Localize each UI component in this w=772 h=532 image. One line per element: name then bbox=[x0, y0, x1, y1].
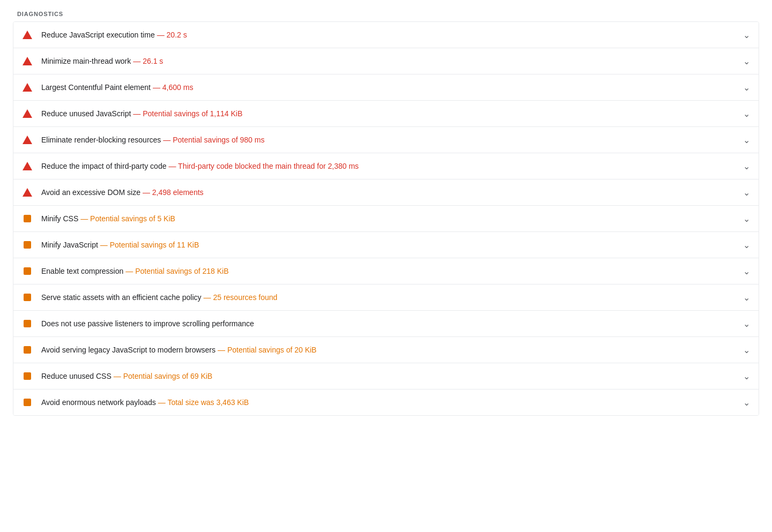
square-orange-icon bbox=[24, 294, 31, 301]
orange-square-icon bbox=[22, 371, 33, 381]
item-text: Largest Contentful Paint element — 4,600… bbox=[41, 83, 737, 92]
chevron-down-icon: ⌄ bbox=[743, 345, 750, 355]
item-label: Does not use passive listeners to improv… bbox=[41, 319, 254, 328]
item-label: Avoid an excessive DOM size bbox=[41, 188, 140, 197]
square-orange-icon bbox=[24, 399, 31, 406]
square-orange-icon bbox=[24, 215, 31, 222]
item-text: Avoid serving legacy JavaScript to moder… bbox=[41, 346, 737, 354]
item-detail: — Potential savings of 218 KiB bbox=[125, 267, 228, 275]
chevron-down-icon: ⌄ bbox=[743, 83, 750, 93]
diagnostic-item-reduce-unused-css[interactable]: Reduce unused CSS — Potential savings of… bbox=[13, 363, 759, 389]
item-detail: — 25 resources found bbox=[204, 293, 278, 302]
triangle-red-icon bbox=[23, 57, 32, 65]
item-label: Avoid serving legacy JavaScript to moder… bbox=[41, 346, 216, 354]
item-text: Avoid enormous network payloads — Total … bbox=[41, 398, 737, 407]
item-detail: — 20.2 s bbox=[157, 31, 187, 39]
diagnostic-item-eliminate-render-blocking[interactable]: Eliminate render-blocking resources — Po… bbox=[13, 127, 759, 153]
item-text: Minimize main-thread work — 26.1 s bbox=[41, 57, 737, 65]
item-label: Reduce the impact of third-party code bbox=[41, 162, 166, 170]
item-label: Serve static assets with an efficient ca… bbox=[41, 293, 202, 302]
diagnostic-item-passive-listeners[interactable]: Does not use passive listeners to improv… bbox=[13, 311, 759, 337]
item-detail: — 2,498 elements bbox=[143, 188, 204, 197]
triangle-red-icon bbox=[23, 31, 32, 39]
item-detail: — Total size was 3,463 KiB bbox=[158, 398, 249, 407]
triangle-red-icon bbox=[23, 162, 32, 170]
item-text: Reduce the impact of third-party code — … bbox=[41, 162, 737, 170]
item-detail: — Potential savings of 5 KiB bbox=[80, 214, 175, 223]
triangle-red-icon bbox=[23, 109, 32, 118]
item-label: Eliminate render-blocking resources bbox=[41, 136, 161, 144]
chevron-down-icon: ⌄ bbox=[743, 161, 750, 171]
diagnostic-item-legacy-js[interactable]: Avoid serving legacy JavaScript to moder… bbox=[13, 337, 759, 363]
item-detail: — Potential savings of 980 ms bbox=[163, 136, 264, 144]
item-label: Minify CSS bbox=[41, 214, 78, 223]
item-detail: — 26.1 s bbox=[133, 57, 163, 65]
warning-icon bbox=[22, 134, 33, 145]
orange-square-icon bbox=[22, 213, 33, 224]
diagnostic-item-lcp-element[interactable]: Largest Contentful Paint element — 4,600… bbox=[13, 74, 759, 101]
diagnostics-container: DIAGNOSTICS Reduce JavaScript execution … bbox=[0, 0, 772, 532]
square-orange-icon bbox=[24, 320, 31, 327]
chevron-down-icon: ⌄ bbox=[743, 109, 750, 119]
triangle-red-icon bbox=[23, 83, 32, 92]
warning-icon bbox=[22, 29, 33, 40]
orange-square-icon bbox=[22, 239, 33, 250]
item-detail: — Third-party code blocked the main thre… bbox=[168, 162, 359, 170]
item-text: Does not use passive listeners to improv… bbox=[41, 319, 737, 328]
chevron-down-icon: ⌄ bbox=[743, 240, 750, 250]
item-text: Minify CSS — Potential savings of 5 KiB bbox=[41, 214, 737, 223]
item-label: Minify JavaScript bbox=[41, 241, 98, 249]
item-text: Minify JavaScript — Potential savings of… bbox=[41, 241, 737, 249]
orange-square-icon bbox=[22, 344, 33, 355]
chevron-down-icon: ⌄ bbox=[743, 135, 750, 145]
square-orange-icon bbox=[24, 346, 31, 354]
triangle-red-icon bbox=[23, 136, 32, 144]
diagnostic-item-excessive-dom-size[interactable]: Avoid an excessive DOM size — 2,498 elem… bbox=[13, 179, 759, 206]
diagnostic-item-static-assets-cache[interactable]: Serve static assets with an efficient ca… bbox=[13, 284, 759, 311]
item-detail: — 4,600 ms bbox=[153, 83, 193, 92]
chevron-down-icon: ⌄ bbox=[743, 188, 750, 198]
item-text: Eliminate render-blocking resources — Po… bbox=[41, 136, 737, 144]
item-detail: — Potential savings of 11 KiB bbox=[100, 241, 199, 249]
triangle-red-icon bbox=[23, 188, 32, 197]
item-label: Minimize main-thread work bbox=[41, 57, 131, 65]
diagnostic-item-third-party-code[interactable]: Reduce the impact of third-party code — … bbox=[13, 153, 759, 179]
chevron-down-icon: ⌄ bbox=[743, 266, 750, 276]
orange-square-icon bbox=[22, 318, 33, 329]
warning-icon bbox=[22, 82, 33, 93]
section-title: DIAGNOSTICS bbox=[13, 11, 759, 17]
square-orange-icon bbox=[24, 372, 31, 380]
diagnostic-item-minify-js[interactable]: Minify JavaScript — Potential savings of… bbox=[13, 232, 759, 258]
item-text: Avoid an excessive DOM size — 2,498 elem… bbox=[41, 188, 737, 197]
item-label: Reduce JavaScript execution time bbox=[41, 31, 155, 39]
chevron-down-icon: ⌄ bbox=[743, 319, 750, 329]
warning-icon bbox=[22, 161, 33, 171]
diagnostic-item-reduce-unused-js[interactable]: Reduce unused JavaScript — Potential sav… bbox=[13, 101, 759, 127]
diagnostic-item-minify-css[interactable]: Minify CSS — Potential savings of 5 KiB⌄ bbox=[13, 206, 759, 232]
item-text: Serve static assets with an efficient ca… bbox=[41, 293, 737, 302]
item-label: Reduce unused CSS bbox=[41, 372, 112, 380]
chevron-down-icon: ⌄ bbox=[743, 30, 750, 40]
item-label: Reduce unused JavaScript bbox=[41, 109, 131, 118]
warning-icon bbox=[22, 108, 33, 119]
square-orange-icon bbox=[24, 267, 31, 275]
item-label: Enable text compression bbox=[41, 267, 123, 275]
item-text: Reduce JavaScript execution time — 20.2 … bbox=[41, 31, 737, 39]
chevron-down-icon: ⌄ bbox=[743, 293, 750, 303]
diagnostics-list: Reduce JavaScript execution time — 20.2 … bbox=[13, 21, 759, 416]
warning-icon bbox=[22, 56, 33, 66]
orange-square-icon bbox=[22, 292, 33, 303]
diagnostic-item-minimize-main-thread[interactable]: Minimize main-thread work — 26.1 s⌄ bbox=[13, 48, 759, 74]
warning-icon bbox=[22, 187, 33, 198]
item-text: Reduce unused CSS — Potential savings of… bbox=[41, 372, 737, 380]
chevron-down-icon: ⌄ bbox=[743, 214, 750, 224]
diagnostic-item-reduce-js-execution[interactable]: Reduce JavaScript execution time — 20.2 … bbox=[13, 22, 759, 48]
item-label: Largest Contentful Paint element bbox=[41, 83, 151, 92]
square-orange-icon bbox=[24, 241, 31, 249]
item-detail: — Potential savings of 69 KiB bbox=[114, 372, 212, 380]
orange-square-icon bbox=[22, 266, 33, 276]
diagnostic-item-text-compression[interactable]: Enable text compression — Potential savi… bbox=[13, 258, 759, 284]
diagnostic-item-enormous-network-payloads[interactable]: Avoid enormous network payloads — Total … bbox=[13, 389, 759, 415]
orange-square-icon bbox=[22, 397, 33, 408]
item-detail: — Potential savings of 1,114 KiB bbox=[133, 109, 242, 118]
